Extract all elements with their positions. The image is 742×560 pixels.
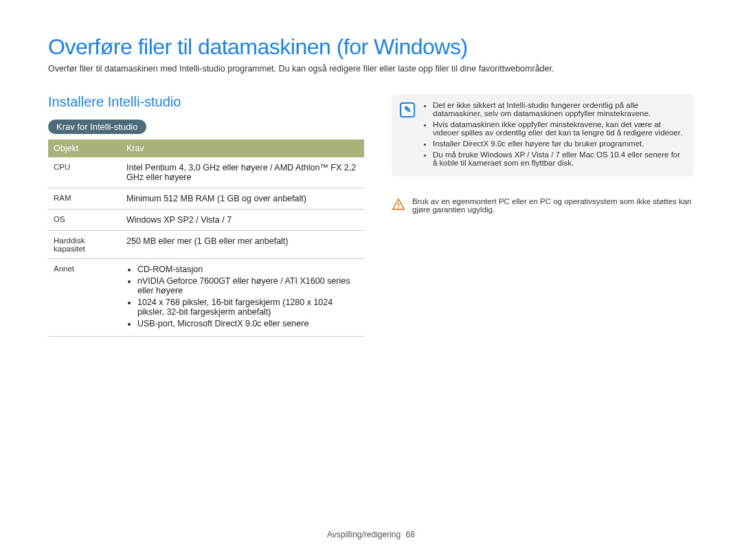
page-footer: Avspilling/redigering 68 <box>48 523 694 539</box>
table-row: Annet CD-ROM-stasjon nVIDIA Geforce 7600… <box>48 259 364 337</box>
warning-icon <box>392 198 405 212</box>
cell-label: Harddisk kapasitet <box>48 231 121 259</box>
right-column: ✎ Det er ikke sikkert at Intelli-studio … <box>392 94 694 523</box>
table-row: Harddisk kapasitet 250 MB eller mer (1 G… <box>48 231 364 259</box>
requirements-table: Objekt Krav CPU Intel Pentium 4, 3,0 GHz… <box>48 139 364 337</box>
content-area: Installere Intelli-studio Krav for Intel… <box>48 94 694 523</box>
cell-value: Windows XP SP2 / Vista / 7 <box>121 210 364 231</box>
list-item: Installer DirectX 9.0c eller høyere før … <box>433 139 684 148</box>
footer-text: Avspilling/redigering <box>327 530 401 539</box>
page-title: Overføre filer til datamaskinen (for Win… <box>48 34 694 60</box>
warning-note: Bruk av en egenmontert PC eller en PC og… <box>392 197 694 214</box>
list-item: 1024 x 768 piksler, 16-bit fargeskjerm (… <box>137 298 359 317</box>
cell-label: Annet <box>48 259 121 337</box>
list-item: nVIDIA Geforce 7600GT eller høyere / ATI… <box>137 276 359 295</box>
section-title: Installere Intelli-studio <box>48 94 364 110</box>
requirements-pill: Krav for Intelli-studio <box>48 120 146 134</box>
table-row: RAM Minimum 512 MB RAM (1 GB og over anb… <box>48 188 364 210</box>
table-header-objekt: Objekt <box>48 139 121 157</box>
cell-label: RAM <box>48 188 121 210</box>
intro-text: Overfør filer til datamaskinen med Intel… <box>48 64 694 74</box>
cell-label: CPU <box>48 157 121 188</box>
cell-value: Minimum 512 MB RAM (1 GB og over anbefal… <box>121 188 364 210</box>
cell-value: CD-ROM-stasjon nVIDIA Geforce 7600GT ell… <box>121 259 364 337</box>
list-item: Hvis datamaskinen ikke oppfyller minstek… <box>433 120 684 137</box>
page-number: 68 <box>406 530 415 539</box>
cell-value: Intel Pentium 4, 3,0 GHz eller høyere / … <box>121 157 364 188</box>
note-icon: ✎ <box>400 102 415 117</box>
list-item: CD-ROM-stasjon <box>137 265 359 274</box>
list-item: USB-port, Microsoft DirectX 9.0c eller s… <box>137 319 359 328</box>
info-note: ✎ Det er ikke sikkert at Intelli-studio … <box>392 94 694 177</box>
table-header-krav: Krav <box>121 139 364 157</box>
table-row: OS Windows XP SP2 / Vista / 7 <box>48 210 364 231</box>
left-column: Installere Intelli-studio Krav for Intel… <box>48 94 364 523</box>
cell-value: 250 MB eller mer (1 GB eller mer anbefal… <box>121 231 364 259</box>
cell-label: OS <box>48 210 121 231</box>
svg-point-1 <box>398 207 399 208</box>
list-item: Du må bruke Windows XP / Vista / 7 eller… <box>433 150 684 167</box>
table-row: CPU Intel Pentium 4, 3,0 GHz eller høyer… <box>48 157 364 188</box>
warning-text: Bruk av en egenmontert PC eller en PC og… <box>412 197 694 214</box>
list-item: Det er ikke sikkert at Intelli-studio fu… <box>433 101 684 117</box>
